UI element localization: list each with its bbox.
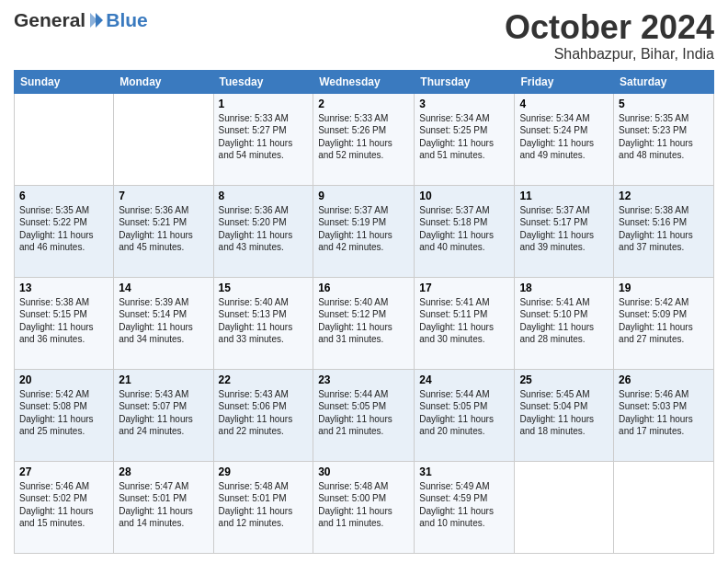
logo-blue: Blue — [106, 9, 148, 31]
day-info: Sunrise: 5:42 AM Sunset: 5:09 PM Dayligh… — [619, 296, 709, 346]
daylight-text: Daylight: 11 hours and 28 minutes. — [519, 322, 594, 345]
sunrise-text: Sunrise: 5:40 AM — [318, 297, 388, 307]
daylight-text: Daylight: 11 hours and 11 minutes. — [318, 506, 392, 529]
day-info: Sunrise: 5:35 AM Sunset: 5:23 PM Dayligh… — [619, 112, 709, 162]
sunrise-text: Sunrise: 5:46 AM — [619, 389, 688, 399]
sunset-text: Sunset: 5:15 PM — [19, 309, 87, 319]
daylight-text: Daylight: 11 hours and 54 minutes. — [219, 138, 293, 161]
day-number: 24 — [419, 373, 509, 386]
calendar-cell: 7 Sunrise: 5:36 AM Sunset: 5:21 PM Dayli… — [114, 185, 213, 277]
day-number: 14 — [119, 282, 208, 294]
title-block: October 2024 Shahbazpur, Bihar, India — [505, 9, 714, 63]
day-number: 30 — [318, 465, 409, 478]
day-info: Sunrise: 5:45 AM Sunset: 5:04 PM Dayligh… — [519, 388, 609, 438]
day-info: Sunrise: 5:36 AM Sunset: 5:20 PM Dayligh… — [219, 204, 309, 254]
calendar-cell: 17 Sunrise: 5:41 AM Sunset: 5:11 PM Dayl… — [415, 277, 515, 369]
day-number: 8 — [219, 190, 309, 202]
sunrise-text: Sunrise: 5:37 AM — [519, 205, 589, 215]
daylight-text: Daylight: 11 hours and 10 minutes. — [419, 506, 494, 529]
day-number: 18 — [519, 282, 609, 294]
day-info: Sunrise: 5:33 AM Sunset: 5:27 PM Dayligh… — [219, 112, 309, 162]
sunrise-text: Sunrise: 5:36 AM — [219, 205, 289, 215]
sunset-text: Sunset: 5:06 PM — [219, 401, 287, 411]
sunset-text: Sunset: 5:12 PM — [318, 309, 386, 319]
day-number: 4 — [519, 98, 609, 110]
day-info: Sunrise: 5:49 AM Sunset: 4:59 PM Dayligh… — [419, 480, 509, 530]
day-number: 28 — [119, 465, 208, 478]
day-number: 25 — [519, 373, 609, 386]
day-number: 27 — [19, 465, 108, 478]
calendar-cell: 27 Sunrise: 5:46 AM Sunset: 5:02 PM Dayl… — [15, 461, 114, 553]
day-info: Sunrise: 5:44 AM Sunset: 5:05 PM Dayligh… — [419, 388, 509, 438]
page: General Blue October 2024 Shahbazpur, Bi… — [0, 0, 728, 563]
sunset-text: Sunset: 5:13 PM — [219, 309, 287, 319]
sunset-text: Sunset: 5:03 PM — [619, 401, 687, 411]
sunrise-text: Sunrise: 5:33 AM — [219, 113, 289, 123]
daylight-text: Daylight: 11 hours and 14 minutes. — [119, 506, 193, 529]
day-info: Sunrise: 5:40 AM Sunset: 5:12 PM Dayligh… — [318, 296, 409, 346]
calendar-header-friday: Friday — [515, 70, 614, 93]
calendar-cell: 6 Sunrise: 5:35 AM Sunset: 5:22 PM Dayli… — [15, 185, 114, 277]
sunrise-text: Sunrise: 5:35 AM — [19, 205, 89, 215]
day-number: 9 — [318, 190, 409, 202]
daylight-text: Daylight: 11 hours and 34 minutes. — [119, 322, 193, 345]
calendar-cell: 14 Sunrise: 5:39 AM Sunset: 5:14 PM Dayl… — [114, 277, 213, 369]
calendar-cell: 22 Sunrise: 5:43 AM Sunset: 5:06 PM Dayl… — [213, 369, 313, 461]
day-info: Sunrise: 5:39 AM Sunset: 5:14 PM Dayligh… — [119, 296, 208, 346]
sunrise-text: Sunrise: 5:44 AM — [419, 389, 489, 399]
daylight-text: Daylight: 11 hours and 42 minutes. — [318, 230, 392, 253]
day-number: 6 — [19, 190, 108, 202]
month-title: October 2024 — [505, 9, 714, 46]
sunset-text: Sunset: 5:27 PM — [219, 125, 287, 135]
day-info: Sunrise: 5:37 AM Sunset: 5:18 PM Dayligh… — [419, 204, 509, 254]
sunrise-text: Sunrise: 5:40 AM — [219, 297, 289, 307]
day-number: 17 — [419, 282, 509, 294]
daylight-text: Daylight: 11 hours and 31 minutes. — [318, 322, 392, 345]
day-number: 13 — [19, 282, 108, 294]
daylight-text: Daylight: 11 hours and 49 minutes. — [519, 138, 594, 161]
day-info: Sunrise: 5:34 AM Sunset: 5:24 PM Dayligh… — [519, 112, 609, 162]
day-number: 23 — [318, 373, 409, 386]
sunset-text: Sunset: 5:02 PM — [19, 493, 87, 503]
sunset-text: Sunset: 5:05 PM — [419, 401, 487, 411]
calendar-header-saturday: Saturday — [614, 70, 714, 93]
calendar-cell — [515, 461, 614, 553]
daylight-text: Daylight: 11 hours and 12 minutes. — [219, 506, 293, 529]
calendar-header-row: SundayMondayTuesdayWednesdayThursdayFrid… — [15, 70, 714, 93]
calendar-cell: 8 Sunrise: 5:36 AM Sunset: 5:20 PM Dayli… — [213, 185, 313, 277]
day-number: 20 — [19, 373, 108, 386]
sunrise-text: Sunrise: 5:36 AM — [119, 205, 188, 215]
logo-icon — [86, 11, 105, 29]
day-info: Sunrise: 5:42 AM Sunset: 5:08 PM Dayligh… — [19, 388, 108, 438]
calendar-cell: 9 Sunrise: 5:37 AM Sunset: 5:19 PM Dayli… — [313, 185, 415, 277]
sunrise-text: Sunrise: 5:38 AM — [19, 297, 89, 307]
sunset-text: Sunset: 5:14 PM — [119, 309, 187, 319]
sunset-text: Sunset: 5:00 PM — [318, 493, 386, 503]
calendar-header-thursday: Thursday — [415, 70, 515, 93]
sunrise-text: Sunrise: 5:34 AM — [519, 113, 589, 123]
daylight-text: Daylight: 11 hours and 48 minutes. — [619, 138, 693, 161]
daylight-text: Daylight: 11 hours and 39 minutes. — [519, 230, 594, 253]
calendar-cell: 12 Sunrise: 5:38 AM Sunset: 5:16 PM Dayl… — [614, 185, 714, 277]
sunrise-text: Sunrise: 5:49 AM — [419, 481, 489, 491]
sunrise-text: Sunrise: 5:42 AM — [19, 389, 89, 399]
calendar-cell: 1 Sunrise: 5:33 AM Sunset: 5:27 PM Dayli… — [213, 93, 313, 185]
calendar-cell: 23 Sunrise: 5:44 AM Sunset: 5:05 PM Dayl… — [313, 369, 415, 461]
calendar-cell: 16 Sunrise: 5:40 AM Sunset: 5:12 PM Dayl… — [313, 277, 415, 369]
calendar-cell: 20 Sunrise: 5:42 AM Sunset: 5:08 PM Dayl… — [15, 369, 114, 461]
daylight-text: Daylight: 11 hours and 21 minutes. — [318, 414, 392, 437]
day-number: 11 — [519, 190, 609, 202]
day-number: 15 — [219, 282, 309, 294]
day-info: Sunrise: 5:41 AM Sunset: 5:10 PM Dayligh… — [519, 296, 609, 346]
calendar-cell: 10 Sunrise: 5:37 AM Sunset: 5:18 PM Dayl… — [415, 185, 515, 277]
sunrise-text: Sunrise: 5:42 AM — [619, 297, 688, 307]
daylight-text: Daylight: 11 hours and 25 minutes. — [19, 414, 94, 437]
sunset-text: Sunset: 5:01 PM — [119, 493, 187, 503]
day-number: 19 — [619, 282, 709, 294]
calendar-cell: 5 Sunrise: 5:35 AM Sunset: 5:23 PM Dayli… — [614, 93, 714, 185]
daylight-text: Daylight: 11 hours and 24 minutes. — [119, 414, 193, 437]
sunset-text: Sunset: 5:21 PM — [119, 217, 187, 227]
calendar-header-wednesday: Wednesday — [313, 70, 415, 93]
day-info: Sunrise: 5:40 AM Sunset: 5:13 PM Dayligh… — [219, 296, 309, 346]
sunset-text: Sunset: 5:24 PM — [519, 125, 587, 135]
